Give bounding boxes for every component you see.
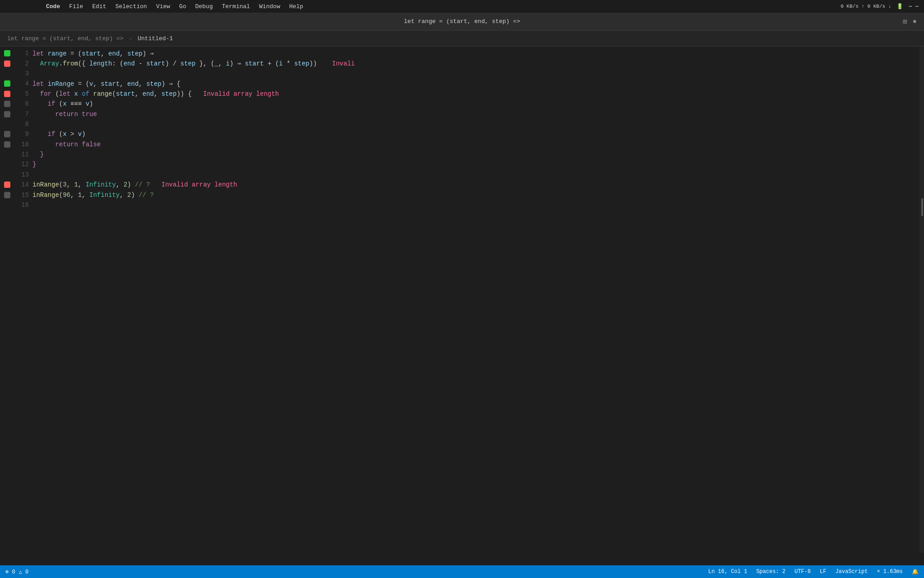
more-actions-icon[interactable]: ● [912,18,917,26]
debug-dot-green [4,50,10,56]
table-row: 4 let inRange = (v, start, end, step) ⇒ … [0,79,924,89]
cursor-position: Ln 16, Col 1 [708,569,747,575]
mac-menu-bar: Code File Edit Selection View Go Debug T… [0,0,924,13]
battery-icon: 🔋 [896,3,903,10]
window-title: let range = (start, end, step) => [404,18,520,25]
status-bar: ⊗ 0 △ 0 Ln 16, Col 1 Spaces: 2 UTF-8 LF … [0,565,924,578]
editor-area[interactable]: 1 let range = (start, end, step) ⇒ 2 Arr… [0,47,924,578]
table-row: 1 let range = (start, end, step) ⇒ [0,48,924,58]
table-row: 6 if (x ≡≡≡ v) [0,99,924,109]
debug-dot-gray [4,141,10,148]
menu-help[interactable]: Help [285,0,308,13]
table-row: 8 [0,119,924,129]
indent-info: Spaces: 2 [756,569,785,575]
breadcrumb-code: let range = (start, end, step) => [7,35,123,42]
menu-code[interactable]: Code [42,0,65,13]
perf-info: × 1.63ms [877,569,903,575]
menu-extras: ⋯ ⋯ [909,3,919,10]
table-row: 16 [0,200,924,210]
table-row: 3 [0,69,924,79]
table-row: 14 inRange(3, 1, Infinity, 2) // ? Inval… [0,180,924,190]
menu-window[interactable]: Window [254,0,285,13]
debug-dot-gray [4,111,10,117]
table-row: 2 Array.from({ length: (end - start) / s… [0,58,924,68]
debug-dot-red [4,182,10,188]
scrollbar-track[interactable] [919,47,924,553]
table-row: 7 return true [0,109,924,119]
debug-dot-gray [4,101,10,107]
menu-selection[interactable]: Selection [111,0,152,13]
menu-file[interactable]: File [65,0,88,13]
line-ending: LF [820,569,826,575]
table-row: 11 } [0,149,924,159]
table-row: 10 return false [0,140,924,149]
breadcrumb-bar: let range = (start, end, step) => › Unti… [0,31,924,47]
status-right-info: Ln 16, Col 1 Spaces: 2 UTF-8 LF JavaScri… [708,569,919,575]
menu-edit[interactable]: Edit [88,0,111,13]
file-encoding: UTF-8 [795,569,811,575]
language-mode[interactable]: JavaScript [835,569,868,575]
status-errors-warnings: ⊗ 0 △ 0 [5,569,28,575]
code-lines: 1 let range = (start, end, step) ⇒ 2 Arr… [0,47,924,565]
breadcrumb-separator: › [129,35,132,42]
network-speed: 0 KB/s ↑ 0 KB/s ↓ [841,4,891,9]
breadcrumb-filename[interactable]: Untitled-1 [138,35,173,42]
debug-dot-gray [4,131,10,137]
table-row: 13 [0,170,924,180]
mac-right-icons: 0 KB/s ↑ 0 KB/s ↓ 🔋 ⋯ ⋯ [841,3,919,10]
debug-dot-red [4,91,10,97]
menu-terminal[interactable]: Terminal [217,0,254,13]
table-row: 9 if (x > v) [0,129,924,139]
menu-view[interactable]: View [152,0,175,13]
debug-dot-red [4,61,10,67]
scrollbar-thumb[interactable] [921,198,923,216]
menu-debug[interactable]: Debug [191,0,217,13]
table-row: 5 for (let x of range(start, end, step))… [0,89,924,99]
table-row: 12 } [0,159,924,169]
debug-dot-green [4,80,10,87]
notification-bell[interactable]: 🔔 [912,569,919,575]
menu-go[interactable]: Go [175,0,191,13]
error-count[interactable]: ⊗ 0 [5,569,15,575]
table-row: 15 inRange(96, 1, Infinity, 2) // ? [0,190,924,200]
debug-dot-gray [4,192,10,198]
split-editor-icon[interactable]: ⊞ [903,17,907,26]
warning-count[interactable]: △ 0 [19,569,29,575]
